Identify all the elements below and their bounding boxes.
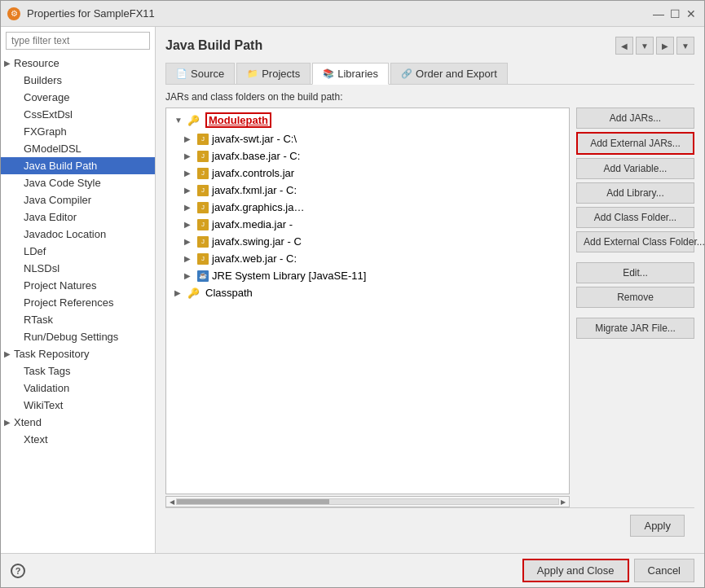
nav-dropdown2-button[interactable]: ▼	[676, 37, 694, 55]
right-panel: Java Build Path ◀ ▼ ▶ ▼ 📄 Source 📁 Proje…	[156, 27, 704, 553]
tree-row[interactable]: ▶ ☕ JRE System Library [JavaSE-11]	[168, 267, 567, 284]
sidebar-item-xtext[interactable]: Xtext	[1, 431, 155, 448]
minimize-button[interactable]: —	[652, 7, 665, 20]
add-variable-button[interactable]: Add Variable...	[576, 158, 694, 179]
classpath-icon: 🔑	[187, 287, 200, 299]
nav-dropdown-button[interactable]: ▼	[636, 37, 654, 55]
remove-button[interactable]: Remove	[576, 287, 694, 308]
sidebar-item-label: Java Compiler	[24, 194, 91, 206]
sidebar-item-label: GModelDSL	[24, 143, 82, 155]
tab-libraries[interactable]: 📚 Libraries	[312, 63, 389, 85]
expand-icon: ▶	[184, 169, 194, 178]
close-button[interactable]: ✕	[685, 7, 698, 20]
expand-icon: ▶	[184, 151, 194, 160]
nav-forward-button[interactable]: ▶	[656, 37, 674, 55]
apply-close-button[interactable]: Apply and Close	[522, 559, 629, 582]
add-external-jars-button[interactable]: Add External JARs...	[576, 132, 694, 155]
tree-row[interactable]: ▶ J javafx.web.jar - C:	[168, 250, 567, 267]
add-class-folder-button[interactable]: Add Class Folder...	[576, 207, 694, 228]
cancel-button[interactable]: Cancel	[634, 559, 694, 582]
jar-icon: J	[197, 253, 209, 265]
sidebar-item-cssextdsl[interactable]: CssExtDsl	[1, 106, 155, 123]
migrate-jar-button[interactable]: Migrate JAR File...	[576, 318, 694, 339]
sidebar-item-java-compiler[interactable]: Java Compiler	[1, 191, 155, 208]
sidebar-item-run-debug[interactable]: Run/Debug Settings	[1, 328, 155, 345]
sidebar-item-ldef[interactable]: LDef	[1, 243, 155, 260]
sidebar-item-coverage[interactable]: Coverage	[1, 89, 155, 106]
sidebar-item-nlsdsl[interactable]: NLSDsl	[1, 260, 155, 277]
sidebar-item-builders[interactable]: Builders	[1, 72, 155, 89]
sidebar-item-label: Resource	[14, 57, 59, 69]
sidebar-item-rtask[interactable]: RTask	[1, 311, 155, 328]
tree-row[interactable]: ▶ J javafx.controls.jar	[168, 165, 567, 182]
modulepath-node[interactable]: ▼ 🔑 Modulepath	[168, 110, 567, 130]
sidebar-item-label: Java Editor	[24, 211, 77, 223]
order-icon: 🔗	[401, 68, 412, 79]
sidebar-item-java-build-path[interactable]: Java Build Path	[1, 157, 155, 174]
tab-projects[interactable]: 📁 Projects	[236, 63, 311, 84]
sidebar-item-java-editor[interactable]: Java Editor	[1, 208, 155, 226]
add-library-button[interactable]: Add Library...	[576, 182, 694, 204]
help-icon[interactable]: ?	[11, 564, 25, 578]
expand-icon: ▶	[184, 237, 194, 246]
tree-row[interactable]: ▶ J javafx.fxml.jar - C:	[168, 182, 567, 199]
jar-icon: J	[197, 185, 209, 196]
filter-input[interactable]	[6, 32, 150, 50]
expand-icon: ▶	[184, 186, 194, 195]
sidebar-item-xtend[interactable]: ▶ Xtend	[1, 414, 155, 431]
sidebar-item-java-code-style[interactable]: Java Code Style	[1, 174, 155, 191]
classpath-node[interactable]: ▶ 🔑 Classpath	[168, 284, 567, 301]
sidebar-item-label: NLSDsl	[24, 262, 59, 274]
tab-label: Projects	[262, 68, 300, 80]
sidebar-item-javadoc[interactable]: Javadoc Location	[1, 226, 155, 243]
sidebar-item-project-natures[interactable]: Project Natures	[1, 277, 155, 294]
tree-item-label: javafx.media.jar -	[212, 218, 293, 230]
sidebar-item-label: CssExtDsl	[24, 108, 73, 121]
app-icon	[7, 7, 20, 20]
tree-row[interactable]: ▶ J javafx-swt.jar - C:\	[168, 130, 567, 147]
modulepath-label: Modulepath	[205, 112, 271, 128]
source-icon: 📄	[176, 68, 187, 79]
sidebar-item-label: RTask	[24, 314, 53, 326]
tree-row[interactable]: ▶ J javafx.media.jar -	[168, 216, 567, 233]
tab-label: Order and Export	[416, 68, 497, 80]
tree-row[interactable]: ▶ J javafx.graphics.ja…	[168, 199, 567, 216]
sidebar-item-label: Xtend	[14, 416, 42, 428]
sidebar-item-task-tags[interactable]: Task Tags	[1, 362, 155, 380]
tree-item-label: javafx.fxml.jar - C:	[212, 184, 297, 196]
tree-row[interactable]: ▶ J javafx.base.jar - C:	[168, 147, 567, 165]
scrollbar-track[interactable]	[176, 498, 559, 505]
footer: ? Apply and Close Cancel	[1, 553, 704, 587]
sidebar-item-label: FXGraph	[24, 125, 67, 138]
jar-icon: J	[197, 134, 209, 145]
apply-button[interactable]: Apply	[630, 515, 685, 537]
sidebar-item-resource[interactable]: ▶ Resource	[1, 55, 155, 72]
tree-item-label: javafx.swing.jar - C	[212, 235, 302, 248]
libraries-icon: 📚	[323, 68, 334, 79]
edit-button[interactable]: Edit...	[576, 262, 694, 283]
tab-order-export[interactable]: 🔗 Order and Export	[390, 63, 508, 84]
sidebar-item-gmodeldsl[interactable]: GModelDSL	[1, 140, 155, 157]
sidebar-item-fxgraph[interactable]: FXGraph	[1, 123, 155, 140]
sidebar-item-wikitext[interactable]: WikiText	[1, 397, 155, 414]
sidebar-item-project-references[interactable]: Project References	[1, 294, 155, 311]
build-path-tree[interactable]: ▼ 🔑 Modulepath ▶ J javafx-swt.jar - C:\ …	[165, 108, 570, 494]
tree-item-label: javafx.graphics.ja…	[212, 201, 304, 213]
add-external-class-folder-button[interactable]: Add External Class Folder...	[576, 231, 694, 252]
horizontal-scrollbar[interactable]: ◀ ▶	[165, 496, 570, 507]
sidebar-item-validation[interactable]: Validation	[1, 380, 155, 397]
tab-source[interactable]: 📄 Source	[165, 63, 235, 84]
tree-row[interactable]: ▶ J javafx.swing.jar - C	[168, 233, 567, 250]
expand-arrow: ▶	[4, 349, 14, 358]
properties-window: Properties for SampleFX11 — ☐ ✕ ▶ Resour…	[0, 0, 705, 588]
maximize-button[interactable]: ☐	[668, 7, 681, 20]
scroll-left-arrow[interactable]: ◀	[168, 498, 176, 506]
scroll-right-arrow[interactable]: ▶	[559, 498, 567, 506]
sidebar-item-task-repository[interactable]: ▶ Task Repository	[1, 345, 155, 362]
add-jars-button[interactable]: Add JARs...	[576, 108, 694, 129]
nav-back-button[interactable]: ◀	[615, 37, 633, 55]
sidebar-item-label: Project Natures	[24, 279, 97, 292]
tab-label: Libraries	[337, 68, 378, 80]
expand-icon: ▶	[184, 203, 194, 212]
action-buttons: Add JARs... Add External JARs... Add Var…	[576, 108, 694, 507]
